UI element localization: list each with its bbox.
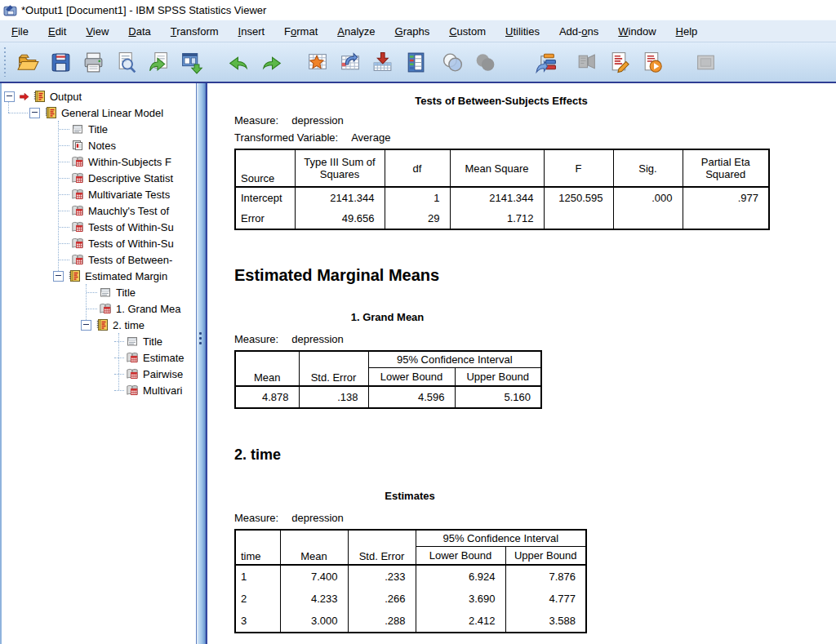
menu-data[interactable]: Data <box>118 23 160 40</box>
tree-item-time-title[interactable]: Title <box>2 333 196 349</box>
col-header-lower-bound: Lower Bound <box>368 368 455 386</box>
col-header-time: time <box>235 530 280 566</box>
notebook-icon <box>96 318 109 331</box>
tree-item-notes[interactable]: Notes <box>2 137 196 153</box>
output-report-button[interactable] <box>635 46 668 78</box>
col-header-df: df <box>385 149 450 187</box>
tree-item-descriptive-statistics[interactable]: Descriptive Statist <box>2 170 196 186</box>
collapse-toggle[interactable] <box>4 91 15 102</box>
col-header-source: Source <box>235 149 295 187</box>
collapse-toggle[interactable] <box>29 108 40 118</box>
export-output-button[interactable] <box>175 46 207 78</box>
collapse-toggle[interactable] <box>81 320 91 331</box>
variables-button[interactable] <box>398 46 431 78</box>
print-preview-button[interactable] <box>109 46 142 78</box>
notebook-icon <box>44 106 57 119</box>
menu-help[interactable]: Help <box>666 23 708 40</box>
table-icon <box>71 188 84 201</box>
tree-item-grand-mean[interactable]: 1. Grand Mea <box>2 300 196 317</box>
menu-transform[interactable]: Transform <box>161 23 229 40</box>
tests-table-title[interactable]: Tests of Between-Subjects Effects <box>234 95 768 107</box>
tests-between-subjects-table[interactable]: Source Type III Sum of Squares df Mean S… <box>234 149 770 230</box>
tree-item-within-subjects-factors[interactable]: Within-Subjects F <box>2 153 196 170</box>
table-icon <box>71 171 84 184</box>
tree-item-title[interactable]: Title <box>2 121 196 137</box>
estimates-table-title[interactable]: Estimates <box>234 490 585 502</box>
col-header-mean: Mean <box>235 351 299 386</box>
menu-view[interactable]: View <box>76 23 118 40</box>
save-button[interactable] <box>44 46 77 78</box>
estimated-marginal-means-heading[interactable]: Estimated Marginal Means <box>234 266 836 285</box>
merge-cases-button <box>469 46 501 78</box>
menu-custom[interactable]: Custom <box>439 23 496 40</box>
grand-mean-table[interactable]: Mean Std. Error 95% Confidence Interval … <box>234 350 542 409</box>
menu-utilities[interactable]: Utilities <box>496 23 549 40</box>
app-icon <box>3 3 17 17</box>
tree-item-label: Multivari <box>143 384 182 397</box>
table-row: 4.878 .138 4.596 5.160 <box>235 386 541 408</box>
designate-window-button <box>689 46 722 78</box>
use-variable-sets-icon <box>607 51 631 74</box>
tree-item-tests-within-subjects-1[interactable]: Tests of Within-Su <box>2 219 196 235</box>
goto-case-icon <box>338 51 362 74</box>
table-icon <box>71 155 84 168</box>
split-file-button[interactable] <box>529 46 562 78</box>
open-folder-icon <box>16 51 40 74</box>
tree-item-multivariate-tests[interactable]: Multivariate Tests <box>2 186 196 202</box>
transformed-variable-line: Transformed Variable:Average <box>234 131 768 144</box>
measure-line: Measure:depression <box>234 512 585 524</box>
tree-item-estimated-marginal-means[interactable]: Estimated Margin <box>2 268 196 284</box>
tree-item-time[interactable]: 2. time <box>2 317 196 333</box>
menu-window[interactable]: Window <box>608 23 665 40</box>
print-preview-icon <box>114 51 138 74</box>
table-icon <box>126 384 139 397</box>
estimates-table[interactable]: time Mean Std. Error 95% Confidence Inte… <box>234 529 587 634</box>
tree-item-mauchlys-test[interactable]: Mauchly's Test of <box>2 202 196 219</box>
tree-item-tests-within-subjects-2[interactable]: Tests of Within-Su <box>2 235 196 251</box>
tree-item-label: Within-Subjects F <box>88 156 171 168</box>
col-header-std-error: Std. Error <box>299 351 368 386</box>
tree-item-tests-between-subjects[interactable]: Tests of Between- <box>2 251 196 268</box>
undo-button[interactable] <box>222 46 255 78</box>
collapse-toggle[interactable] <box>53 271 64 282</box>
notes-icon <box>71 139 84 152</box>
menu-add-ons[interactable]: Add-ons <box>549 23 608 40</box>
open-button[interactable] <box>11 46 44 78</box>
col-header-upper-bound: Upper Bound <box>455 368 541 386</box>
goto-case-button[interactable] <box>333 46 366 78</box>
window-title: *Output1 [Document1] - IBM SPSS Statisti… <box>21 4 266 16</box>
redo-button[interactable] <box>255 46 287 78</box>
menu-format[interactable]: Format <box>274 23 327 40</box>
table-icon <box>126 367 139 380</box>
col-header-mean: Mean <box>280 530 348 566</box>
ci-header: 95% Confidence Interval <box>416 530 586 547</box>
tree-item-multivariate[interactable]: Multivari <box>2 382 196 398</box>
use-variable-sets-button[interactable] <box>603 46 635 78</box>
tree-item-emm-title[interactable]: Title <box>2 284 196 300</box>
print-button[interactable] <box>77 46 109 78</box>
menu-file[interactable]: File <box>2 23 38 40</box>
menu-insert[interactable]: Insert <box>229 23 275 40</box>
split-file-icon <box>534 51 558 74</box>
menu-analyze[interactable]: Analyze <box>327 23 385 40</box>
undo-icon <box>227 51 251 74</box>
tree-item-general-linear-model[interactable]: General Linear Model <box>2 104 196 121</box>
output-pane: Tests of Between-Subjects Effects Measur… <box>206 83 836 644</box>
col-header-sig: Sig. <box>613 149 683 187</box>
tree-item-pairwise-comparisons[interactable]: Pairwise <box>2 366 196 382</box>
pane-splitter[interactable] <box>196 83 206 644</box>
col-header-mean-square: Mean Square <box>450 149 544 187</box>
time-section-heading[interactable]: 2. time <box>234 446 836 464</box>
select-cases-button[interactable] <box>436 46 469 78</box>
tree-item-label: 1. Grand Mea <box>116 303 181 315</box>
menu-edit[interactable]: Edit <box>38 23 76 40</box>
tree-guide <box>86 284 87 325</box>
goto-data-button[interactable] <box>300 46 333 78</box>
menu-graphs[interactable]: Graphs <box>385 23 440 40</box>
goto-variable-button[interactable] <box>366 46 398 78</box>
recall-dialog-button[interactable] <box>142 46 175 78</box>
tree-item-estimates[interactable]: Estimate <box>2 349 196 366</box>
current-item-arrow-icon <box>19 91 29 102</box>
tree-item-output[interactable]: Output <box>2 88 196 104</box>
grand-mean-table-title[interactable]: 1. Grand Mean <box>234 311 540 323</box>
